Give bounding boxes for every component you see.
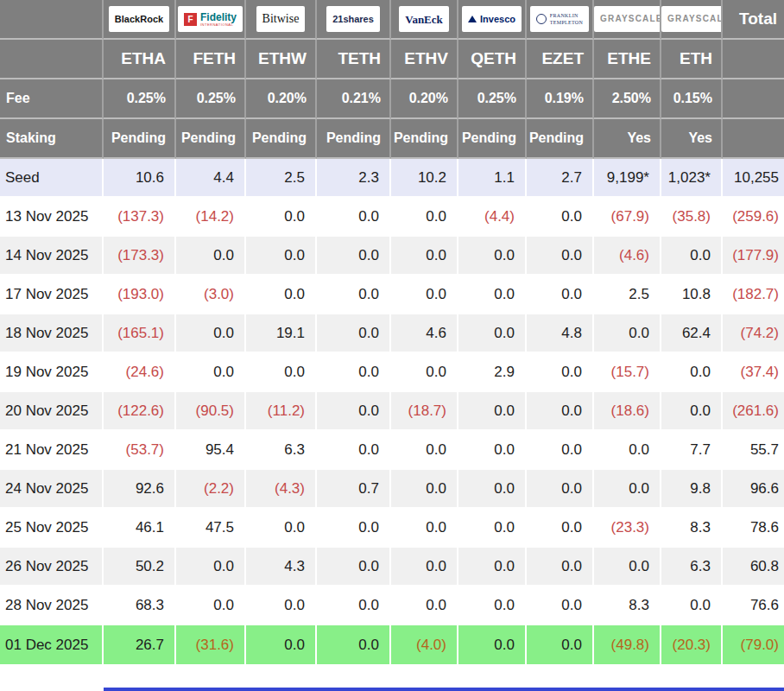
flow-value-cell: 0.0 (527, 586, 594, 625)
flow-total-cell: 60.8 (723, 548, 784, 586)
staking-cell: Pending (527, 119, 594, 159)
date-cell: 17 Nov 2025 (0, 276, 104, 314)
flow-value-cell: 50.2 (104, 548, 176, 586)
vaneck-logo-text: VanEck (405, 14, 443, 25)
flow-value-cell: 0.0 (246, 276, 317, 314)
logo-row: BlackRockFidelityINTERNATIONALBitwise21s… (0, 0, 784, 40)
flow-value-cell: 46.1 (104, 509, 176, 548)
vaneck-logo: VanEck (399, 6, 449, 32)
blackrock-logo-text: BlackRock (115, 15, 163, 24)
ticker-cell-eth: ETH (661, 40, 723, 79)
date-cell: 26 Nov 2025 (0, 548, 104, 586)
flow-value-cell: (137.3) (104, 198, 176, 237)
date-cell: 24 Nov 2025 (0, 470, 104, 509)
bottom-accent-bar (104, 688, 784, 691)
flow-value-cell: 0.0 (317, 314, 391, 353)
flow-value-cell: 0.0 (317, 431, 391, 470)
seed-value-cell: 9,199* (594, 159, 661, 198)
provider-logo-cell: FidelityINTERNATIONAL (176, 0, 246, 40)
flow-value-cell: (15.7) (594, 353, 661, 392)
flow-row: 01 Dec 202526.7(31.6)0.00.0(4.0)0.00.0(4… (0, 625, 784, 664)
flow-value-cell: 0.0 (527, 392, 594, 431)
flow-value-cell: (20.3) (661, 625, 723, 664)
flow-value-cell: (18.7) (391, 392, 458, 431)
flow-value-cell: 0.0 (458, 625, 527, 664)
flow-value-cell: 0.0 (246, 237, 317, 276)
flow-value-cell: 2.5 (594, 276, 661, 314)
grayscale-eth-logo-text: GRAYSCALE (667, 15, 723, 23)
flow-value-cell: 0.0 (458, 586, 527, 625)
flow-row: 13 Nov 2025(137.3)(14.2)0.00.00.0(4.4)0.… (0, 198, 784, 237)
fee-cell: 0.20% (391, 79, 458, 119)
flow-value-cell: 0.0 (391, 509, 458, 548)
provider-logo-cell: FRANKLINTEMPLETON (527, 0, 594, 40)
ticker-cell-ethv: ETHV (391, 40, 458, 79)
fee-cell: 0.21% (317, 79, 391, 119)
flow-value-cell: 68.3 (104, 586, 176, 625)
21shares-logo-text: 21shares (332, 15, 374, 24)
bitwise-logo: Bitwise (256, 6, 306, 32)
staking-cell: Pending (246, 119, 317, 159)
ticker-cell-ethw: ETHW (246, 40, 317, 79)
ticker-cell-etha: ETHA (104, 40, 176, 79)
seed-value-cell: 10.2 (391, 159, 458, 198)
flow-value-cell: (173.3) (104, 237, 176, 276)
flow-value-cell: (49.8) (594, 625, 661, 664)
bitwise-logo-text: Bitwise (262, 13, 300, 25)
provider-logo-cell: GRAYSCALE (594, 0, 661, 40)
flow-value-cell: 0.0 (458, 392, 527, 431)
blackrock-logo: BlackRock (109, 6, 169, 32)
flow-value-cell: (31.6) (176, 625, 246, 664)
ticker-cell-teth: TETH (317, 40, 391, 79)
flow-value-cell: 0.0 (661, 392, 723, 431)
flow-value-cell: 0.0 (391, 431, 458, 470)
flow-value-cell: 92.6 (104, 470, 176, 509)
flow-row: 28 Nov 202568.30.00.00.00.00.00.08.30.07… (0, 586, 784, 625)
flow-value-cell: 0.0 (594, 470, 661, 509)
flow-total-cell: 78.6 (723, 509, 784, 548)
flow-value-cell: 0.0 (527, 470, 594, 509)
flow-value-cell: 26.7 (104, 625, 176, 664)
flow-value-cell: 0.0 (317, 548, 391, 586)
ticker-row: ETHAFETHETHWTETHETHVQETHEZETETHEETH (0, 40, 784, 79)
provider-logo-cell: 21shares (317, 0, 391, 40)
flow-value-cell: 0.0 (527, 548, 594, 586)
flow-row: 25 Nov 202546.147.50.00.00.00.00.0(23.3)… (0, 509, 784, 548)
fee-row-label: Fee (0, 79, 104, 119)
flow-value-cell: 9.8 (661, 470, 723, 509)
flow-value-cell: 0.0 (317, 276, 391, 314)
flow-value-cell: (4.6) (594, 237, 661, 276)
flow-value-cell: 0.0 (391, 586, 458, 625)
flow-value-cell: 0.0 (527, 198, 594, 237)
logo-subtext: INTERNATIONAL (200, 23, 233, 27)
date-cell: 21 Nov 2025 (0, 431, 104, 470)
flow-value-cell: 0.0 (527, 276, 594, 314)
flow-value-cell: 47.5 (176, 509, 246, 548)
table-body: Seed10.64.42.52.310.21.12.79,199*1,023*1… (0, 159, 784, 664)
fee-cell: 0.25% (176, 79, 246, 119)
flow-value-cell: 0.0 (176, 237, 246, 276)
flow-value-cell: 0.0 (527, 237, 594, 276)
flow-row: 17 Nov 2025(193.0)(3.0)0.00.00.00.00.02.… (0, 276, 784, 314)
seed-value-cell: 2.7 (527, 159, 594, 198)
flow-value-cell: 0.0 (317, 625, 391, 664)
flow-row: 20 Nov 2025(122.6)(90.5)(11.2)0.0(18.7)0… (0, 392, 784, 431)
flow-value-cell: (14.2) (176, 198, 246, 237)
flow-value-cell: (122.6) (104, 392, 176, 431)
flow-value-cell: 0.0 (246, 625, 317, 664)
flow-row: 26 Nov 202550.20.04.30.00.00.00.00.06.36… (0, 548, 784, 586)
fee-cell: 2.50% (594, 79, 661, 119)
provider-logo-cell: GRAYSCALE (661, 0, 723, 40)
flow-value-cell: 0.0 (176, 548, 246, 586)
flow-value-cell: 0.0 (594, 314, 661, 353)
corner-cell (0, 0, 104, 40)
flow-value-cell: 0.0 (391, 548, 458, 586)
staking-cell: Pending (458, 119, 527, 159)
logo-text: Fidelity (200, 12, 237, 22)
flow-value-cell: (24.6) (104, 353, 176, 392)
flow-value-cell: 0.0 (176, 353, 246, 392)
flow-value-cell: (53.7) (104, 431, 176, 470)
flow-value-cell: 19.1 (246, 314, 317, 353)
flow-value-cell: 0.0 (391, 237, 458, 276)
grayscale-eth-logo: GRAYSCALE (661, 6, 723, 32)
